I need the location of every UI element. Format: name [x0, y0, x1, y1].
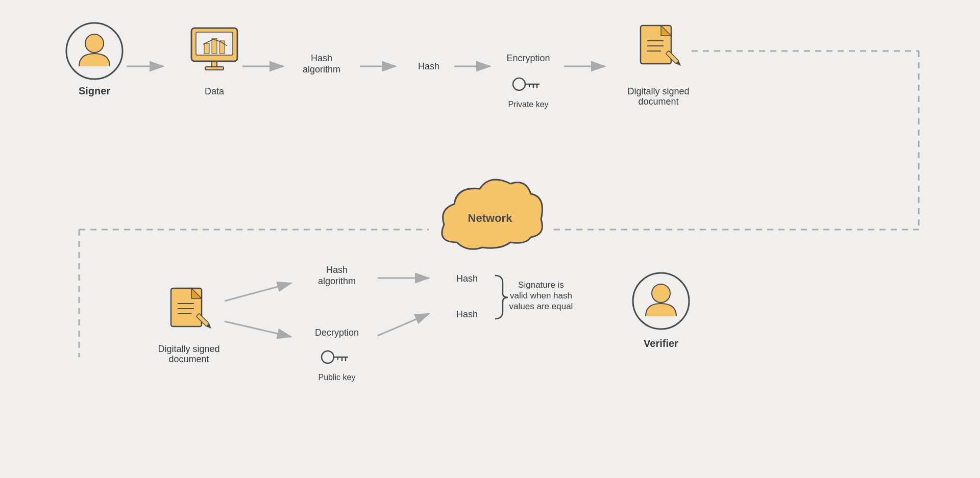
data-label: Data: [205, 86, 225, 96]
validity-label3: values are equal: [509, 301, 573, 311]
digitally-signed-doc-top-label2: document: [638, 96, 678, 107]
digitally-signed-doc-top-label: Digitally signed: [627, 86, 689, 96]
hash-top-bottom-label: Hash: [456, 273, 478, 284]
decryption-label: Decryption: [315, 328, 359, 338]
hash-algo-bottom-label: Hash: [326, 265, 348, 275]
diagram-svg: Signer Data Hash algorithm: [0, 0, 980, 478]
hash-bottom-bottom-label: Hash: [456, 309, 478, 319]
svg-point-1: [85, 34, 104, 53]
validity-label2: valid when hash: [510, 291, 572, 300]
signer-label: Signer: [79, 85, 110, 96]
curly-brace: [495, 275, 508, 319]
validity-label: Signature is: [518, 280, 564, 290]
verifier-label: Verifier: [644, 338, 678, 349]
hash-algo-bottom-label2: algorithm: [318, 276, 356, 286]
public-key-icon: [322, 351, 348, 363]
svg-rect-9: [205, 67, 224, 70]
verifier-icon: [633, 273, 689, 329]
network-label-text: Network: [468, 212, 513, 224]
digitally-signed-doc-bottom-icon: [171, 288, 213, 330]
arrow-doc-decryption: [225, 321, 291, 337]
svg-point-27: [322, 351, 334, 363]
network-cloud-icon: Network: [442, 180, 543, 249]
digitally-signed-doc-bottom-label2: document: [168, 354, 209, 364]
svg-point-10: [513, 78, 525, 90]
private-key-label: Private key: [508, 100, 548, 109]
svg-point-33: [652, 284, 670, 303]
encryption-label: Encryption: [506, 53, 550, 63]
private-key-icon: [513, 78, 540, 90]
signer-icon: [66, 23, 122, 79]
svg-rect-5: [204, 43, 209, 54]
digitally-signed-doc-top-icon: [641, 26, 682, 67]
public-key-label: Public key: [318, 373, 356, 382]
digitally-signed-doc-bottom-label: Digitally signed: [158, 344, 219, 354]
arrow-doc-hashalgo-bottom: [225, 283, 291, 301]
hash-algo-top-label2: algorithm: [303, 64, 340, 74]
hash-algo-top-label: Hash: [311, 53, 332, 63]
arrow-decryption-hash-bottom: [378, 314, 429, 336]
data-icon: [191, 28, 237, 70]
hash-top-label: Hash: [418, 61, 439, 71]
diagram: Signer Data Hash algorithm: [0, 0, 980, 478]
